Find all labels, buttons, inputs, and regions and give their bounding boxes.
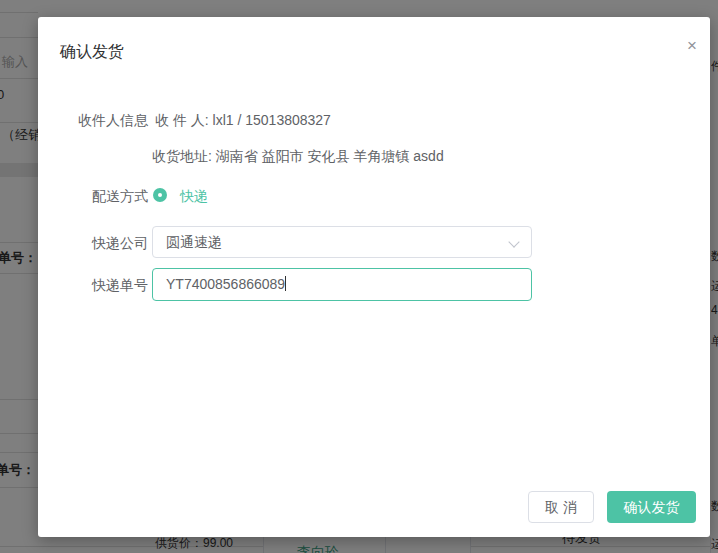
text-caret bbox=[285, 276, 286, 291]
delivery-option-express[interactable]: 快递 bbox=[180, 188, 208, 206]
recipient-name-value: 收 件 人: lxl1 / 15013808327 bbox=[155, 112, 331, 130]
radio-selected-icon[interactable] bbox=[153, 188, 167, 202]
confirm-shipment-button[interactable]: 确认发货 bbox=[607, 491, 696, 523]
recipient-address-value: 收货地址: 湖南省 益阳市 安化县 羊角塘镇 asdd bbox=[152, 148, 444, 166]
courier-company-value: 圆通速递 bbox=[166, 234, 222, 250]
confirm-shipment-dialog: 确认发货 × 收件人信息 收 件 人: lxl1 / 15013808327 收… bbox=[38, 17, 710, 537]
tracking-number-value: YT7400856866089 bbox=[166, 276, 285, 292]
cancel-button[interactable]: 取 消 bbox=[528, 491, 594, 523]
tracking-number-label: 快递单号 bbox=[38, 277, 148, 295]
courier-company-select[interactable]: 圆通速递 bbox=[152, 226, 532, 258]
radio-dot bbox=[158, 193, 162, 197]
delivery-method-label: 配送方式 bbox=[38, 188, 148, 206]
courier-company-label: 快递公司 bbox=[38, 235, 148, 253]
chevron-down-icon bbox=[508, 236, 519, 247]
close-icon[interactable]: × bbox=[681, 35, 703, 57]
dialog-title: 确认发货 bbox=[60, 42, 124, 63]
confirm-shipment-screen: { "colors": { "accent": "#4dc3a5", "over… bbox=[0, 0, 718, 553]
tracking-number-input[interactable]: YT7400856866089 bbox=[152, 268, 532, 301]
recipient-info-label: 收件人信息 bbox=[38, 112, 148, 130]
